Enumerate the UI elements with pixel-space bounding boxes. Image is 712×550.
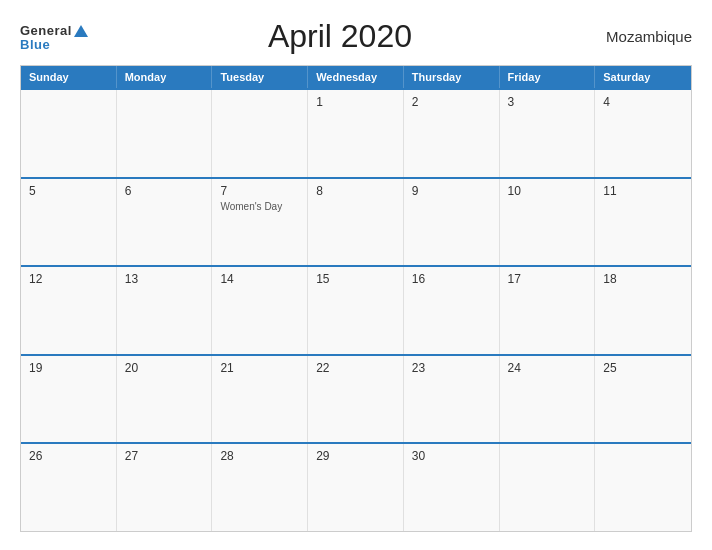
- day-number: 11: [603, 184, 683, 198]
- header-friday: Friday: [500, 66, 596, 88]
- cell-w4-d6: 24: [500, 356, 596, 443]
- cell-w3-d6: 17: [500, 267, 596, 354]
- day-number: 9: [412, 184, 491, 198]
- day-number: 29: [316, 449, 395, 463]
- header-wednesday: Wednesday: [308, 66, 404, 88]
- cell-w1-d2: [117, 90, 213, 177]
- cell-w2-d6: 10: [500, 179, 596, 266]
- day-number: 14: [220, 272, 299, 286]
- cell-w4-d1: 19: [21, 356, 117, 443]
- cell-w5-d7: [595, 444, 691, 531]
- cell-w2-d4: 8: [308, 179, 404, 266]
- cell-w2-d2: 6: [117, 179, 213, 266]
- cell-w5-d1: 26: [21, 444, 117, 531]
- day-number: 22: [316, 361, 395, 375]
- day-number: 30: [412, 449, 491, 463]
- cell-w3-d3: 14: [212, 267, 308, 354]
- day-number: 19: [29, 361, 108, 375]
- week-1: 1234: [21, 88, 691, 177]
- day-number: 16: [412, 272, 491, 286]
- day-number: 21: [220, 361, 299, 375]
- cell-w1-d6: 3: [500, 90, 596, 177]
- header-tuesday: Tuesday: [212, 66, 308, 88]
- cell-w5-d5: 30: [404, 444, 500, 531]
- cell-w5-d3: 28: [212, 444, 308, 531]
- day-number: 4: [603, 95, 683, 109]
- week-3: 12131415161718: [21, 265, 691, 354]
- cell-w3-d5: 16: [404, 267, 500, 354]
- day-number: 7: [220, 184, 299, 198]
- header: General Blue April 2020 Mozambique: [20, 18, 692, 55]
- logo-general-text: General: [20, 23, 72, 38]
- cell-w1-d1: [21, 90, 117, 177]
- cell-w4-d2: 20: [117, 356, 213, 443]
- cell-w2-d5: 9: [404, 179, 500, 266]
- day-number: 17: [508, 272, 587, 286]
- cell-w4-d5: 23: [404, 356, 500, 443]
- cell-w1-d5: 2: [404, 90, 500, 177]
- cell-w3-d4: 15: [308, 267, 404, 354]
- day-number: 3: [508, 95, 587, 109]
- logo-triangle-icon: [74, 25, 88, 37]
- cell-w4-d4: 22: [308, 356, 404, 443]
- day-number: 24: [508, 361, 587, 375]
- calendar-header: Sunday Monday Tuesday Wednesday Thursday…: [21, 66, 691, 88]
- logo-blue-text: Blue: [20, 38, 50, 51]
- cell-w1-d4: 1: [308, 90, 404, 177]
- cell-w3-d2: 13: [117, 267, 213, 354]
- week-5: 2627282930: [21, 442, 691, 531]
- page: General Blue April 2020 Mozambique Sunda…: [0, 0, 712, 550]
- cell-w3-d7: 18: [595, 267, 691, 354]
- cell-w1-d7: 4: [595, 90, 691, 177]
- header-thursday: Thursday: [404, 66, 500, 88]
- day-number: 18: [603, 272, 683, 286]
- day-number: 2: [412, 95, 491, 109]
- country-label: Mozambique: [592, 28, 692, 45]
- header-sunday: Sunday: [21, 66, 117, 88]
- day-number: 27: [125, 449, 204, 463]
- day-number: 13: [125, 272, 204, 286]
- calendar-title: April 2020: [88, 18, 592, 55]
- day-number: 6: [125, 184, 204, 198]
- cell-w5-d2: 27: [117, 444, 213, 531]
- logo: General Blue: [20, 22, 88, 51]
- logo-top-row: General: [20, 22, 88, 38]
- day-number: 1: [316, 95, 395, 109]
- week-4: 19202122232425: [21, 354, 691, 443]
- cell-w5-d4: 29: [308, 444, 404, 531]
- day-number: 15: [316, 272, 395, 286]
- day-number: 25: [603, 361, 683, 375]
- week-2: 567Women's Day891011: [21, 177, 691, 266]
- day-number: 20: [125, 361, 204, 375]
- cell-w2-d1: 5: [21, 179, 117, 266]
- day-number: 28: [220, 449, 299, 463]
- header-saturday: Saturday: [595, 66, 691, 88]
- day-number: 5: [29, 184, 108, 198]
- cell-w5-d6: [500, 444, 596, 531]
- cell-w2-d7: 11: [595, 179, 691, 266]
- header-monday: Monday: [117, 66, 213, 88]
- day-number: 23: [412, 361, 491, 375]
- day-number: 12: [29, 272, 108, 286]
- calendar-body: 1234567Women's Day8910111213141516171819…: [21, 88, 691, 531]
- cell-w2-d3: 7Women's Day: [212, 179, 308, 266]
- cell-w1-d3: [212, 90, 308, 177]
- calendar: Sunday Monday Tuesday Wednesday Thursday…: [20, 65, 692, 532]
- cell-w3-d1: 12: [21, 267, 117, 354]
- day-number: 26: [29, 449, 108, 463]
- day-number: 8: [316, 184, 395, 198]
- day-number: 10: [508, 184, 587, 198]
- day-event: Women's Day: [220, 200, 299, 213]
- cell-w4-d7: 25: [595, 356, 691, 443]
- cell-w4-d3: 21: [212, 356, 308, 443]
